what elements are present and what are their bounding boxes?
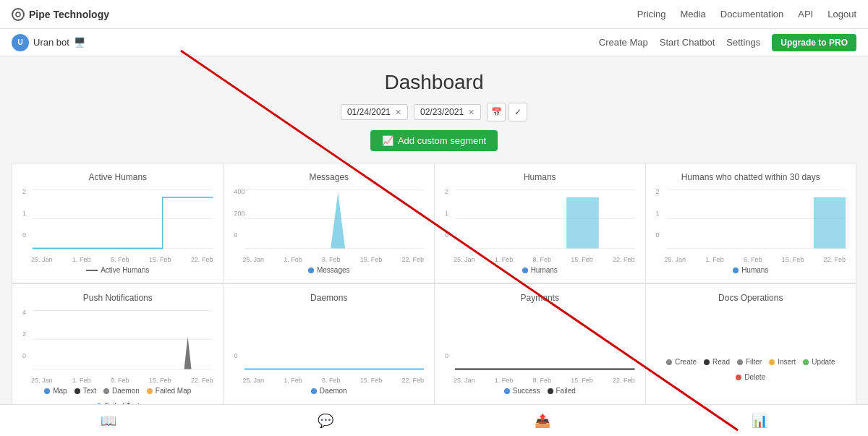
user-device-icon: 🖥️ [74,37,85,48]
apply-date-button[interactable]: ✓ [509,103,527,121]
dashboard-header: Dashboard 01/24/2021 ✕ 02/23/2021 ✕ 📅 ✓ … [12,71,856,151]
calendar-button[interactable]: 📅 [487,103,506,121]
sub-nav: U Uran bot 🖥️ Create Map Start Chatbot S… [0,29,868,56]
bottom-nav-chat[interactable]: 💬 [217,405,434,436]
charts-row-2: Push Notifications 420 25. Jan1. Feb8. F… [12,283,856,419]
chart-icon: 📊 [752,413,767,429]
main-content: Dashboard 01/24/2021 ✕ 02/23/2021 ✕ 📅 ✓ … [0,56,868,436]
chart-active-humans: Active Humans 210 25. Jan1. Feb8. Feb15.… [12,163,224,283]
date-to-input[interactable]: 02/23/2021 ✕ [414,104,481,120]
chart-humans: Humans 210 25. Jan1. Feb8. Feb15. Feb22.… [434,163,645,283]
chart-area-payments: 0 [445,309,635,374]
bottom-nav-dashboard[interactable]: 📊 [651,405,868,436]
logo-icon [12,8,25,21]
map-icon: 📖 [101,413,116,429]
date-from-clear-icon[interactable]: ✕ [395,108,401,117]
svg-point-0 [16,12,20,17]
date-to-value: 02/23/2021 [420,107,464,117]
date-from-input[interactable]: 01/24/2021 ✕ [341,104,408,120]
chart-daemons: Daemons 0 25. Jan1. Feb8. Feb15. Feb22. … [224,283,435,419]
chart-icon-small: 📈 [382,135,393,146]
settings-link[interactable]: Settings [726,37,760,48]
chat-icon: 💬 [318,413,333,429]
chart-area-push: 420 [22,309,213,374]
sub-nav-actions: Create Map Start Chatbot Settings Upgrad… [599,34,856,51]
logo-text: Pipe Technology [29,9,109,20]
date-from-value: 01/24/2021 [347,107,391,117]
send-icon: 📤 [535,413,550,429]
chart-area-active-humans: 210 [22,188,213,253]
logo: Pipe Technology [12,8,637,21]
bottom-nav-send[interactable]: 📤 [434,405,651,436]
chart-messages: Messages 4002000 25. Jan1. Feb8. Feb15. … [224,163,435,283]
upgrade-button[interactable]: Upgrade to PRO [772,34,856,51]
chart-push-notifications: Push Notifications 420 25. Jan1. Feb8. F… [12,283,224,419]
date-controls: 01/24/2021 ✕ 02/23/2021 ✕ 📅 ✓ [12,103,856,121]
svg-marker-19 [184,337,192,369]
chart-area-humans: 210 [445,188,635,253]
svg-marker-11 [566,197,599,249]
add-segment-button[interactable]: 📈 Add custom segment [370,130,498,151]
nav-documentation[interactable]: Documentation [720,9,783,20]
user-info: U Uran bot 🖥️ [12,34,599,51]
svg-marker-7 [331,192,345,248]
chart-payments: Payments 0 25. Jan1. Feb8. Feb15. Feb22.… [434,283,645,419]
nav-pricing[interactable]: Pricing [637,9,666,20]
chart-humans-chatted: Humans who chatted within 30 days 210 25… [645,163,856,283]
chart-docs-operations: Docs Operations Create Read Filter Inser… [645,283,856,419]
chart-area-humans-chatted: 210 [656,188,846,253]
chart-area-daemons: 0 [234,309,425,374]
bottom-nav: 📖 💬 📤 📊 [0,404,868,436]
page-title: Dashboard [12,71,856,94]
nav-media[interactable]: Media [680,9,705,20]
username: Uran bot [33,37,69,48]
nav-api[interactable]: API [798,9,813,20]
bottom-nav-map[interactable]: 📖 [0,405,217,436]
chart-area-messages: 4002000 [234,188,425,253]
nav-logout[interactable]: Logout [827,9,856,20]
chart-area-docs-ops [656,309,846,352]
charts-row-1: Active Humans 210 25. Jan1. Feb8. Feb15.… [12,163,856,283]
start-chatbot-link[interactable]: Start Chatbot [660,37,715,48]
create-map-link[interactable]: Create Map [599,37,648,48]
date-action-buttons: 📅 ✓ [487,103,527,121]
top-nav-links: Pricing Media Documentation API Logout [637,9,856,20]
date-to-clear-icon[interactable]: ✕ [468,108,475,117]
avatar: U [12,34,29,51]
top-nav: Pipe Technology Pricing Media Documentat… [0,0,868,29]
svg-marker-15 [813,197,846,249]
